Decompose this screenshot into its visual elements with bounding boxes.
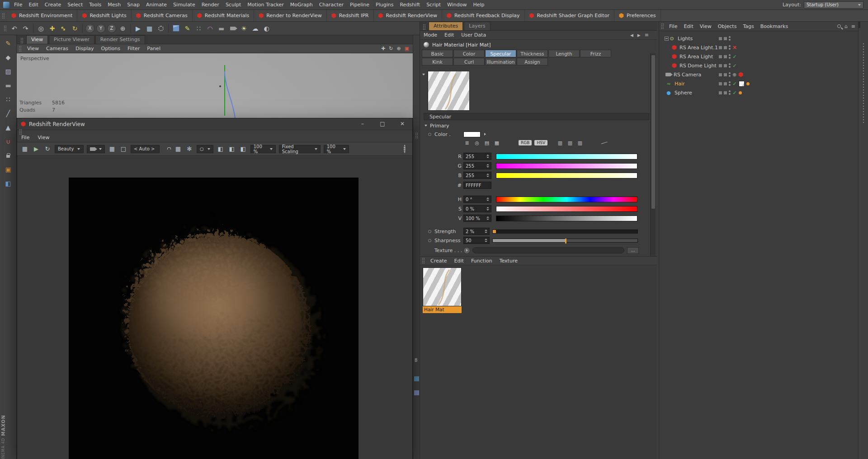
strip-icon[interactable]	[414, 376, 419, 381]
b-gradient-slider[interactable]	[496, 173, 637, 178]
menu-plugins[interactable]: Plugins	[373, 0, 396, 9]
pen-spline-button[interactable]: ✎	[182, 23, 193, 34]
texture-browse-button[interactable]: ...	[627, 247, 639, 254]
texture-field[interactable]	[472, 247, 624, 253]
edges-mode-icon[interactable]: ╱	[2, 108, 14, 119]
ob-menu-view[interactable]: View	[697, 23, 715, 29]
vp-menu-options[interactable]: Options	[98, 46, 124, 52]
menu-select[interactable]: Select	[64, 0, 86, 9]
layout-select[interactable]: Startup (User)	[804, 1, 863, 9]
stepper[interactable]	[486, 216, 489, 220]
hsv-mode-button[interactable]: HSV	[534, 140, 547, 145]
layer-toggle[interactable]	[724, 91, 727, 94]
visibility-dots[interactable]	[729, 36, 731, 41]
visibility-dots[interactable]	[729, 90, 731, 95]
vp-menu-filter[interactable]: Filter	[124, 46, 143, 52]
menu-animate[interactable]: Animate	[143, 0, 170, 9]
tree-row-rs-camera[interactable]: RS Camera ⊕	[659, 70, 858, 79]
region-select[interactable]: ○	[197, 145, 213, 153]
mixer-mode-icon[interactable]: ≣	[463, 140, 471, 146]
zoom-icon[interactable]: ⊕	[396, 46, 401, 52]
enabled-state-icon[interactable]: ✓	[732, 54, 737, 60]
menu-create[interactable]: Create	[42, 0, 65, 9]
maximize-button[interactable]: □	[373, 118, 392, 130]
coordinate-system-icon[interactable]: ⊕	[117, 23, 128, 34]
tab-view[interactable]: View	[26, 35, 48, 44]
live-selection-icon[interactable]: ◎	[35, 23, 47, 34]
grid-overlay-icon[interactable]: ▦	[108, 145, 116, 152]
render-region-button[interactable]: ▦	[144, 23, 155, 34]
lock-workplane-icon[interactable]	[2, 150, 14, 161]
menu-render[interactable]: Render	[198, 0, 222, 9]
mat-tab-illumination[interactable]: Illumination	[485, 58, 516, 66]
mograph-cloner-button[interactable]: ∷	[193, 23, 204, 34]
mat-tab-length[interactable]: Length	[548, 50, 580, 57]
display-mode-icon[interactable]: ◧	[2, 178, 14, 189]
sky-button[interactable]: ☁	[250, 23, 261, 34]
enabled-state-icon[interactable]: ✓	[732, 81, 737, 87]
add-cube-button[interactable]	[170, 23, 182, 34]
drag-handle[interactable]	[415, 132, 418, 139]
panel-menu-icon[interactable]: ≡	[851, 23, 855, 29]
s-value-input[interactable]: 0 %	[463, 205, 491, 212]
v-gradient-slider[interactable]	[496, 215, 637, 221]
layer-toggle[interactable]	[724, 55, 727, 58]
menu-script[interactable]: Script	[423, 0, 444, 9]
vp-menu-display[interactable]: Display	[72, 46, 98, 52]
mat-tab-basic[interactable]: Basic	[422, 50, 453, 57]
camera-target-icon[interactable]: ⊕	[732, 72, 736, 78]
picture-icon[interactable]: ▦	[493, 140, 500, 146]
panel-menu-icon[interactable]: ≡	[645, 32, 649, 38]
undo-button[interactable]: ↶	[9, 23, 20, 34]
polygons-mode-icon[interactable]: ▲	[2, 122, 14, 133]
stepper[interactable]	[486, 173, 489, 177]
render-view-button[interactable]: ▶	[132, 23, 144, 34]
redo-button[interactable]: ↷	[20, 23, 31, 34]
redshift-shader-graph-editor-button[interactable]: Redshift Shader Graph Editor	[525, 10, 614, 21]
pan-icon[interactable]: ✚	[381, 46, 385, 52]
v-value-input[interactable]: 100 %	[463, 215, 491, 222]
save-image-icon[interactable]: ▦	[21, 145, 29, 152]
history-forward-icon[interactable]: ▶	[637, 33, 641, 37]
start-render-icon[interactable]: ▶	[32, 145, 40, 152]
layer-toggle[interactable]	[719, 37, 722, 40]
menu-help[interactable]: Help	[470, 0, 487, 9]
drag-handle[interactable]	[4, 25, 7, 32]
tree-row-rs-dome-light[interactable]: RS Dome Light ✓	[659, 61, 858, 70]
drag-handle[interactable]	[19, 46, 22, 52]
vp-menu-view[interactable]: View	[24, 46, 42, 52]
sharpness-slider[interactable]	[492, 239, 638, 243]
redshift-lights-button[interactable]: Redshift Lights	[77, 10, 131, 21]
menu-sculpt[interactable]: Sculpt	[222, 0, 244, 9]
rv-menu-view[interactable]: View	[33, 135, 53, 141]
collapse-arrow-icon[interactable]	[422, 74, 425, 75]
material-tag-icon[interactable]	[739, 91, 742, 94]
redshift-environment-button[interactable]: Redshift Environment	[7, 10, 77, 21]
tree-row-rs-area-light-1[interactable]: RS Area Light.1 ×	[659, 43, 858, 52]
scale-percent-select[interactable]: 100 %	[324, 145, 349, 153]
at-menu-edit[interactable]: Edit	[441, 32, 458, 38]
visibility-dots[interactable]	[729, 54, 731, 59]
texture-expand-button[interactable]	[463, 247, 470, 254]
layer-toggle[interactable]	[719, 73, 722, 76]
texture-mode-icon[interactable]: ▨	[2, 66, 14, 77]
stepper[interactable]	[486, 207, 489, 211]
preferences-button[interactable]: Preferences	[614, 10, 661, 21]
strip-icon[interactable]	[414, 390, 419, 395]
rs-camera-tag-icon[interactable]	[738, 72, 743, 77]
redshift-feedback-display-button[interactable]: Redshift Feedback Display	[442, 10, 525, 21]
y-axis-lock-button[interactable]: Y	[96, 24, 105, 33]
dock-layout-icon[interactable]	[859, 21, 860, 28]
b-value-input[interactable]: 255	[463, 172, 491, 179]
menu-snap[interactable]: Snap	[124, 0, 143, 9]
hair-material-tag-icon[interactable]	[746, 82, 750, 85]
visibility-dots[interactable]	[729, 81, 731, 86]
ob-menu-tags[interactable]: Tags	[740, 23, 757, 29]
redshift-materials-button[interactable]: Redshift Materials	[193, 10, 255, 21]
tab-layers[interactable]: Layers	[464, 22, 490, 30]
tree-row-rs-area-light[interactable]: RS Area Light ✓	[659, 52, 858, 61]
mat-tab-thickness[interactable]: Thickness	[517, 50, 548, 57]
ob-menu-edit[interactable]: Edit	[680, 23, 696, 29]
orbit-icon[interactable]: ↻	[389, 46, 393, 52]
r-value-input[interactable]: 255	[463, 153, 491, 160]
